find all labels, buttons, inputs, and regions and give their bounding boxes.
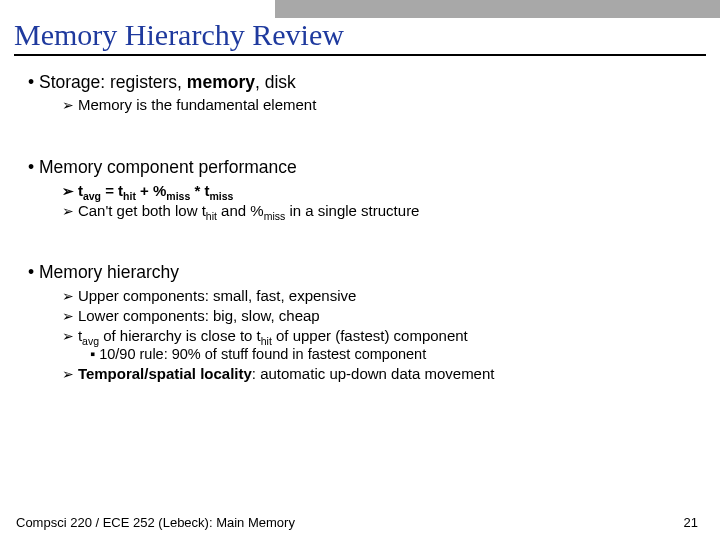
bullet-storage: Storage: registers, memory, disk <box>42 72 692 93</box>
sub-miss: miss <box>264 210 286 222</box>
sub-hit: hit <box>123 190 136 202</box>
sub-miss: miss <box>166 190 190 202</box>
sublist-hierarchy: Upper components: small, fast, expensive… <box>62 286 692 384</box>
header-gray-bar <box>275 0 720 18</box>
text: and % <box>217 202 264 219</box>
text: Storage: registers, <box>39 72 187 92</box>
title-underline <box>14 54 706 56</box>
sub-avg: avg <box>83 190 101 202</box>
text: + % <box>136 182 166 199</box>
text: Can't get both low t <box>78 202 206 219</box>
text: of upper (fastest) component <box>272 327 468 344</box>
text: : automatic up-down data movement <box>252 365 495 382</box>
sub-hit: hit <box>206 210 217 222</box>
sub-tavg-hierarchy: tavg of hierarchy is close to thit of up… <box>80 326 692 346</box>
bold-locality: Temporal/spatial locality <box>78 365 252 382</box>
sub-lower: Lower components: big, slow, cheap <box>80 306 692 326</box>
bold-memory: memory <box>187 72 255 92</box>
sub-fundamental: Memory is the fundamental element <box>80 95 692 115</box>
slide-footer: Compsci 220 / ECE 252 (Lebeck): Main Mem… <box>16 515 698 530</box>
sublist-storage: Memory is the fundamental element <box>62 95 692 115</box>
page-number: 21 <box>684 515 698 530</box>
sub-tavg-formula: tavg = thit + %miss * tmiss <box>80 181 692 201</box>
sublist-performance: tavg = thit + %miss * tmiss Can't get bo… <box>62 181 692 221</box>
text: * t <box>190 182 209 199</box>
sub-miss: miss <box>209 190 233 202</box>
sub-locality: Temporal/spatial locality: automatic up-… <box>80 364 692 384</box>
text: , disk <box>255 72 296 92</box>
sub-upper: Upper components: small, fast, expensive <box>80 286 692 306</box>
bullet-hierarchy: Memory hierarchy <box>42 262 692 283</box>
subsub-1090-rule: 10/90 rule: 90% of stuff found in fastes… <box>90 345 692 364</box>
bullet-performance: Memory component performance <box>42 157 692 178</box>
slide-body: Storage: registers, memory, disk Memory … <box>0 66 720 384</box>
sub-cant-get-both: Can't get both low thit and %miss in a s… <box>80 201 692 221</box>
text: in a single structure <box>285 202 419 219</box>
text: = t <box>101 182 123 199</box>
text: of hierarchy is close to t <box>99 327 261 344</box>
footer-course: Compsci 220 / ECE 252 (Lebeck): Main Mem… <box>16 515 295 530</box>
